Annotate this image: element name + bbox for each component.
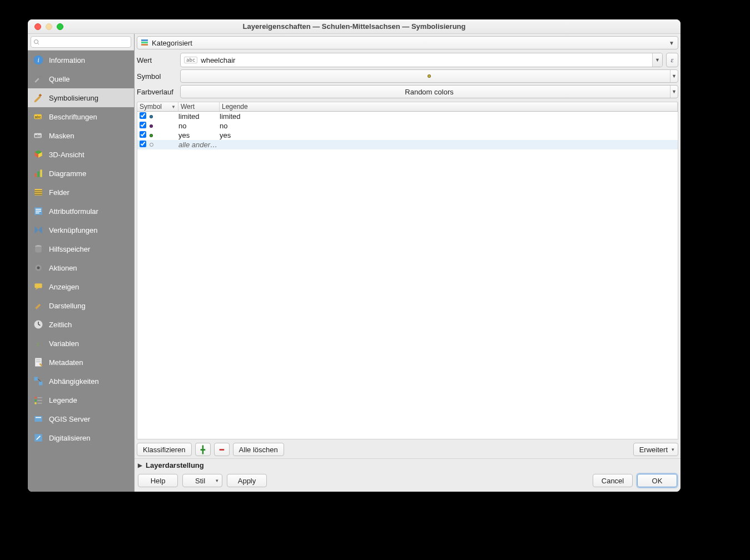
table-body[interactable]: limitedlimitednonoyesyesalle ander…: [137, 112, 678, 439]
titlebar: Layereigenschaften — Schulen-Mittelsachs…: [28, 19, 681, 34]
row-value: limited: [178, 112, 220, 121]
sidebar-item-label: Beschriftungen: [49, 113, 97, 121]
col-legende[interactable]: Legende: [220, 102, 678, 111]
close-window-button[interactable]: [34, 23, 41, 30]
row-visibility-checkbox[interactable]: [140, 122, 146, 128]
svg-rect-43: [141, 42, 148, 43]
sidebar-item-attributeform[interactable]: Attributformular: [28, 202, 134, 221]
maximize-window-button[interactable]: [57, 23, 63, 30]
sidebar-item-variables[interactable]: ε Variablen: [28, 334, 134, 353]
sidebar-item-symbology[interactable]: Symbolisierung: [28, 88, 134, 107]
classify-button[interactable]: Klassifizieren: [137, 443, 192, 456]
info-icon: i: [32, 54, 44, 66]
sidebar-item-fields[interactable]: Felder: [28, 183, 134, 202]
cancel-button[interactable]: Cancel: [593, 474, 633, 487]
delete-all-button[interactable]: Alle löschen: [233, 443, 284, 456]
form-icon: [32, 205, 44, 217]
sidebar-item-information[interactable]: i Information: [28, 51, 134, 69]
sidebar-item-rendering[interactable]: Darstellung: [28, 296, 134, 315]
category-table: Symbol ▼ Wert Legende limitedlimitednono…: [137, 102, 678, 439]
sidebar-item-diagrams[interactable]: Diagramme: [28, 164, 134, 183]
row-visibility-checkbox[interactable]: [140, 112, 146, 119]
sidebar-item-label: Anzeigen: [49, 283, 79, 291]
value-field-text: wheelchair: [201, 56, 235, 64]
sidebar-item-label: 3D-Ansicht: [49, 151, 85, 159]
symbol-button[interactable]: ▼: [180, 69, 678, 83]
main-panel: Kategorisiert ▼ Wert abc wheelchair ▼ ε …: [135, 34, 681, 492]
apply-button[interactable]: Apply: [227, 474, 267, 487]
advanced-button[interactable]: Erweitert: [633, 443, 678, 456]
col-wert[interactable]: Wert: [178, 102, 220, 111]
svg-text:i: i: [37, 57, 39, 64]
remove-category-button[interactable]: ━: [214, 443, 230, 456]
sidebar-item-actions[interactable]: Aktionen: [28, 258, 134, 277]
sidebar-item-3dview[interactable]: 3D-Ansicht: [28, 145, 134, 164]
sidebar-item-labels[interactable]: abc Beschriftungen: [28, 107, 134, 126]
table-row[interactable]: yesyes: [137, 131, 678, 140]
epsilon-icon: ε: [670, 56, 673, 64]
sidebar-item-masks[interactable]: abc Masken: [28, 126, 134, 145]
style-button[interactable]: Stil: [182, 474, 222, 487]
renderer-type-label: Kategorisiert: [152, 39, 192, 47]
help-button[interactable]: Help: [138, 474, 178, 487]
svg-rect-35: [34, 402, 36, 404]
legend-icon: [32, 394, 44, 406]
value-field-select[interactable]: abc wheelchair ▼: [180, 53, 663, 67]
table-row[interactable]: alle ander…: [137, 140, 678, 149]
table-row[interactable]: limitedlimited: [137, 112, 678, 121]
sidebar: i Information Quelle Symbolisierung abc …: [28, 34, 135, 492]
renderer-type-select[interactable]: Kategorisiert ▼: [137, 36, 678, 49]
col-symbol[interactable]: Symbol ▼: [137, 102, 178, 111]
sidebar-item-joins[interactable]: Verknüpfungen: [28, 221, 134, 239]
sidebar-item-display[interactable]: Anzeigen: [28, 277, 134, 296]
svg-rect-39: [34, 416, 42, 422]
sidebar-item-metadata[interactable]: Metadaten: [28, 353, 134, 372]
database-icon: [32, 243, 44, 255]
row-visibility-checkbox[interactable]: [140, 141, 146, 147]
add-category-button[interactable]: ╋: [195, 443, 211, 456]
minimize-window-button[interactable]: [46, 23, 52, 30]
svg-line-32: [38, 379, 41, 382]
layer-rendering-label: Layerdarstellung: [146, 461, 204, 469]
layer-rendering-toggle[interactable]: ▶ Layerdarstellung: [135, 458, 681, 473]
plus-icon: ╋: [201, 446, 205, 454]
sidebar-item-source[interactable]: Quelle: [28, 69, 134, 88]
sidebar-item-label: Metadaten: [49, 358, 83, 367]
fields-icon: [32, 186, 44, 198]
row-value: no: [178, 122, 220, 130]
sidebar-item-label: Verknüpfungen: [49, 226, 97, 234]
row-symbol-icon: [147, 134, 178, 137]
sidebar-item-digitizing[interactable]: Digitalisieren: [28, 428, 134, 447]
dialog-footer: Help Stil Apply Cancel OK: [135, 473, 681, 492]
minus-icon: ━: [220, 446, 224, 454]
svg-rect-9: [37, 172, 39, 177]
tooltip-icon: [32, 281, 44, 293]
row-value: alle ander…: [178, 141, 220, 149]
svg-rect-44: [141, 44, 148, 46]
svg-rect-30: [34, 377, 38, 381]
sidebar-item-label: Abhängigkeiten: [49, 377, 99, 386]
sidebar-item-label: Darstellung: [49, 302, 86, 310]
sort-indicator-icon: ▼: [171, 104, 176, 109]
sidebar-item-qgisserver[interactable]: QGIS Server: [28, 409, 134, 428]
sidebar-item-legend[interactable]: Legende: [28, 391, 134, 409]
ok-button[interactable]: OK: [637, 474, 677, 487]
value-label: Wert: [137, 56, 177, 64]
sidebar-item-label: Hilfsspeicher: [49, 245, 90, 253]
mask-icon: abc: [32, 129, 44, 142]
expression-button[interactable]: ε: [666, 53, 678, 67]
sidebar-search-input[interactable]: [31, 36, 131, 48]
clock-icon: [32, 318, 44, 331]
colorramp-button[interactable]: Random colors ▼: [180, 85, 678, 98]
sidebar-item-temporal[interactable]: Zeitlich: [28, 315, 134, 334]
sidebar-item-auxstorage[interactable]: Hilfsspeicher: [28, 239, 134, 258]
row-legend: no: [220, 122, 678, 130]
sidebar-item-label: Felder: [49, 188, 69, 197]
sidebar-item-dependencies[interactable]: Abhängigkeiten: [28, 372, 134, 391]
table-header: Symbol ▼ Wert Legende: [137, 102, 678, 112]
symbol-label: Symbol: [137, 72, 177, 81]
svg-rect-40: [36, 417, 41, 418]
colorramp-text: Random colors: [405, 88, 453, 96]
table-row[interactable]: nono: [137, 121, 678, 131]
row-visibility-checkbox[interactable]: [140, 131, 146, 138]
